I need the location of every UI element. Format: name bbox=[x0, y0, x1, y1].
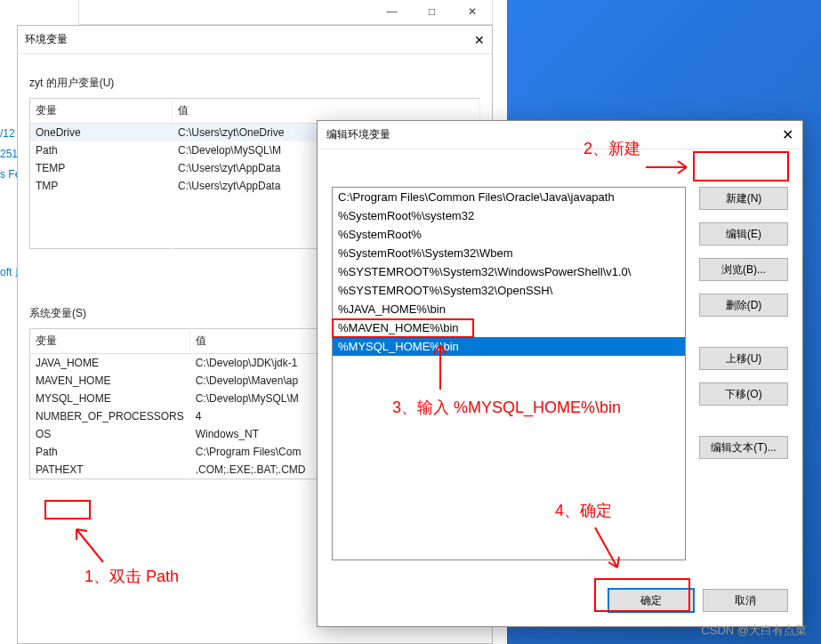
edit-text-button[interactable]: 编辑文本(T)... bbox=[699, 436, 788, 459]
cancel-button[interactable]: 取消 bbox=[703, 589, 788, 612]
arrow-icon bbox=[591, 523, 626, 576]
minimize-button[interactable]: — bbox=[372, 0, 412, 23]
arrow-icon bbox=[68, 522, 121, 567]
list-item[interactable]: %SYSTEMROOT%\System32\WindowsPowerShell\… bbox=[333, 262, 685, 281]
move-down-button[interactable]: 下移(O) bbox=[699, 382, 788, 406]
edit-button[interactable]: 编辑(E) bbox=[699, 222, 788, 246]
col-var[interactable]: 变量 bbox=[30, 329, 190, 354]
watermark: CSDN @大白有点菜 bbox=[701, 623, 807, 639]
edit-env-var-dialog: 编辑环境变量 ✕ C:\Program Files\Common Files\O… bbox=[317, 120, 803, 627]
list-item[interactable]: %SYSTEMROOT%\System32\OpenSSH\ bbox=[333, 281, 685, 300]
dialog-titlebar[interactable]: 环境变量 ✕ bbox=[18, 26, 492, 54]
annotation-box-path bbox=[44, 500, 91, 519]
move-up-button[interactable]: 上移(U) bbox=[699, 347, 788, 370]
annotation-box-new bbox=[693, 151, 789, 181]
list-item[interactable]: %SystemRoot%\system32 bbox=[333, 206, 685, 225]
annotation-text-3: 3、输入 %MYSQL_HOME%\bin bbox=[392, 397, 621, 418]
list-item[interactable]: %SystemRoot% bbox=[333, 225, 685, 244]
maximize-button[interactable]: □ bbox=[412, 0, 452, 23]
annotation-text-4: 4、确定 bbox=[555, 500, 612, 521]
list-item[interactable]: %SystemRoot%\System32\Wbem bbox=[333, 244, 685, 262]
path-values-list[interactable]: C:\Program Files\Common Files\Oracle\Jav… bbox=[332, 187, 686, 560]
annotation-text-2: 2、新建 bbox=[584, 138, 640, 159]
user-vars-label: zyt 的用户变量(U) bbox=[29, 76, 480, 91]
delete-button[interactable]: 删除(D) bbox=[699, 294, 788, 317]
parent-window-titlebar: — □ ✕ bbox=[78, 0, 493, 25]
close-icon[interactable]: ✕ bbox=[782, 126, 793, 143]
list-item[interactable]: C:\Program Files\Common Files\Oracle\Jav… bbox=[333, 188, 685, 206]
close-icon[interactable]: ✕ bbox=[474, 33, 485, 47]
col-var[interactable]: 变量 bbox=[30, 99, 173, 124]
browse-button[interactable]: 浏览(B)... bbox=[699, 258, 788, 281]
dialog-titlebar[interactable]: 编辑环境变量 ✕ bbox=[318, 121, 802, 149]
close-button[interactable]: ✕ bbox=[452, 0, 492, 23]
list-item[interactable]: %MYSQL_HOME%\bin bbox=[333, 337, 685, 356]
dialog-title: 环境变量 bbox=[25, 32, 68, 47]
list-item[interactable]: %JAVA_HOME%\bin bbox=[333, 300, 685, 318]
arrow-icon bbox=[427, 341, 454, 394]
arrow-icon bbox=[644, 158, 692, 176]
new-button[interactable]: 新建(N) bbox=[699, 187, 788, 210]
annotation-box-ok bbox=[594, 578, 690, 612]
annotation-text-1: 1、双击 Path bbox=[85, 566, 179, 587]
dialog-title: 编辑环境变量 bbox=[326, 127, 390, 142]
annotation-box-input bbox=[332, 318, 474, 338]
